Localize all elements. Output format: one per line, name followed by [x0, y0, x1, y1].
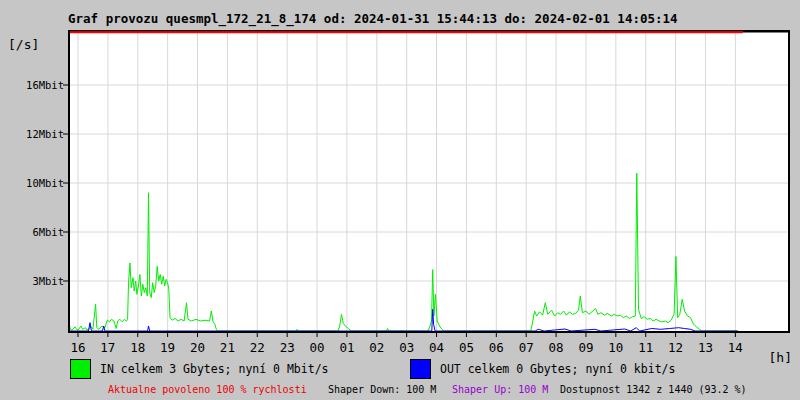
border-bottom [68, 331, 790, 333]
traffic-chart [60, 28, 794, 342]
status-allowed-speed: Aktualne povoleno 100 % rychlosti [108, 384, 307, 395]
x-axis-label: 19 [156, 341, 180, 355]
x-axis-label: 02 [365, 341, 389, 355]
y-axis-unit-label: [/s] [8, 37, 39, 52]
status-shaper-down: Shaper Down: 100 M [328, 384, 436, 395]
x-axis-label: 11 [634, 341, 658, 355]
x-axis-label: 17 [96, 341, 120, 355]
x-axis-label: 01 [335, 341, 359, 355]
x-axis-label: 18 [126, 341, 150, 355]
status-availability: Dostupnost 1342 z 1440 (93.2 %) [560, 384, 747, 395]
x-axis-label: 16 [66, 341, 90, 355]
chart-title: Graf provozu quesmpl_172_21_8_174 od: 20… [68, 11, 678, 26]
x-axis-label: 07 [514, 341, 538, 355]
y-axis-label: 16Mbit [18, 78, 64, 92]
legend-in-label: IN celkem 3 Gbytes; nyní 0 Mbit/s [100, 362, 328, 376]
plot-area [68, 30, 790, 333]
x-axis-label: 20 [186, 341, 210, 355]
x-axis-label: 22 [245, 341, 269, 355]
legend-out-color-swatch [410, 359, 431, 379]
x-axis-label: 14 [723, 341, 747, 355]
x-axis-label: 03 [395, 341, 419, 355]
x-axis-label: 21 [215, 341, 239, 355]
border-right [788, 30, 790, 333]
y-axis-label: 6Mbit [18, 225, 64, 239]
x-axis-label: 12 [664, 341, 688, 355]
x-axis-label: 09 [574, 341, 598, 355]
x-axis-label: 04 [425, 341, 449, 355]
x-axis-label: 13 [693, 341, 717, 355]
border-left [68, 30, 70, 333]
y-axis-label: 3Mbit [18, 274, 64, 288]
border-top [68, 30, 790, 31]
x-axis-label: 23 [275, 341, 299, 355]
x-axis-label: 05 [454, 341, 478, 355]
y-axis-label: 10Mbit [18, 176, 64, 190]
x-axis-label: 08 [544, 341, 568, 355]
border-top-right [743, 30, 790, 33]
x-axis-label: 00 [305, 341, 329, 355]
x-axis-label: 06 [484, 341, 508, 355]
x-axis-label: 10 [604, 341, 628, 355]
legend-in-color-swatch [70, 359, 91, 379]
x-axis-unit-label: [h] [760, 350, 792, 365]
legend-out-label: OUT celkem 0 Gbytes; nyní 0 kbit/s [440, 362, 675, 376]
status-shaper-up: Shaper Up: 100 M [452, 384, 548, 395]
y-axis-label: 12Mbit [18, 127, 64, 141]
